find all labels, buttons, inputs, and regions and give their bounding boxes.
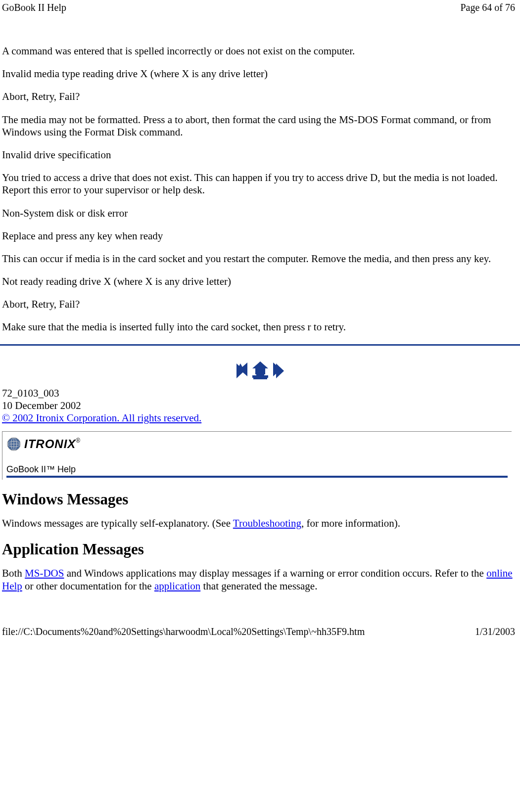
brand-box: ITRONIX® GoBook II™ Help <box>2 431 512 480</box>
header-page-info: Page 64 of 76 <box>460 2 515 13</box>
divider <box>0 344 520 346</box>
paragraph: Not ready reading drive X (where X is an… <box>2 275 518 288</box>
msdos-link[interactable]: MS-DOS <box>25 567 64 579</box>
svg-marker-5 <box>239 362 247 376</box>
paragraph: Make sure that the media is inserted ful… <box>2 321 518 333</box>
paragraph: Replace and press any key when ready <box>2 230 518 242</box>
product-name: GoBook II™ Help <box>6 464 508 478</box>
nav-home-button[interactable] <box>251 361 269 378</box>
paragraph: Invalid media type reading drive X (wher… <box>2 68 518 80</box>
nav-next-button[interactable] <box>272 361 282 378</box>
svg-marker-6 <box>252 361 268 374</box>
paragraph: A command was entered that is spelled in… <box>2 45 518 57</box>
heading-application-messages: Application Messages <box>2 541 518 558</box>
main-content: A command was entered that is spelled in… <box>0 45 520 334</box>
text: or other documentation for the <box>22 580 154 592</box>
text: Both <box>2 567 25 579</box>
svg-marker-8 <box>273 362 281 376</box>
doc-id: 72_0103_003 <box>2 387 518 400</box>
text: that generated the message. <box>200 580 317 592</box>
paragraph: Abort, Retry, Fail? <box>2 90 518 103</box>
footer-path: file://C:\Documents%20and%20Settings\har… <box>2 626 365 637</box>
paragraph: This can occur if media is in the card s… <box>2 253 518 265</box>
brand-name: ITRONIX® <box>24 437 81 451</box>
application-messages-para: Both MS-DOS and Windows applications may… <box>2 567 518 592</box>
troubleshooting-link[interactable]: Troubleshooting <box>233 517 301 529</box>
page-footer: file://C:\Documents%20and%20Settings\har… <box>0 601 520 639</box>
paragraph: Invalid drive specification <box>2 149 518 161</box>
document-meta: 72_0103_003 10 December 2002 © 2002 Itro… <box>2 387 518 425</box>
paragraph: You tried to access a drive that does no… <box>2 172 518 196</box>
header-title: GoBook II Help <box>2 2 66 13</box>
svg-rect-7 <box>252 375 268 378</box>
copyright-link[interactable]: © 2002 Itronix Corporation. All rights r… <box>2 412 201 424</box>
logo-row: ITRONIX® <box>6 437 508 451</box>
application-link[interactable]: application <box>154 580 200 592</box>
nav-prev-button[interactable] <box>238 361 248 378</box>
paragraph: Abort, Retry, Fail? <box>2 298 518 311</box>
globe-icon <box>6 437 21 451</box>
doc-date: 10 December 2002 <box>2 400 518 412</box>
heading-windows-messages: Windows Messages <box>2 491 518 508</box>
page-header: GoBook II Help Page 64 of 76 <box>0 0 520 15</box>
text: Windows messages are typically self-expl… <box>2 517 233 529</box>
paragraph: Non-System disk or disk error <box>2 207 518 220</box>
footer-date: 1/31/2003 <box>475 626 515 637</box>
text: , for more information). <box>301 517 400 529</box>
windows-messages-para: Windows messages are typically self-expl… <box>2 517 518 530</box>
text: and Windows applications may display mes… <box>64 567 486 579</box>
paragraph: The media may not be formatted. Press a … <box>2 114 518 138</box>
nav-icons <box>0 361 520 378</box>
